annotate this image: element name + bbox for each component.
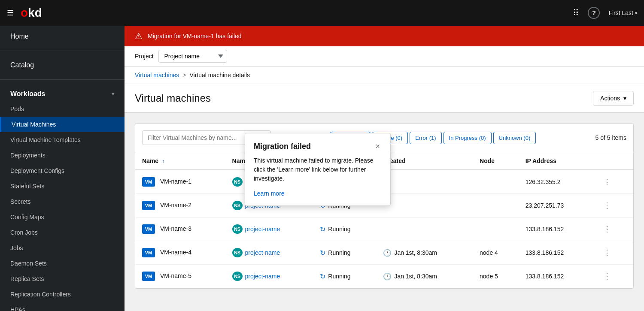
vm-created-cell: 🕐 Jan 1st, 8:30am [376,241,473,265]
user-name: First Last [608,9,633,16]
breadcrumb: Virtual machines > Virtual machine detai… [135,72,634,79]
vm-ip-cell: 133.8.186.152 [519,241,593,265]
running-icon: ↻ [320,249,325,257]
filter-tab-error[interactable]: Error (1) [410,132,441,144]
table-row: VM VM-name-5 NS project-name [135,265,633,288]
sidebar-item-jobs[interactable]: Jobs [0,240,125,256]
apps-grid-icon[interactable]: ⠿ [573,8,579,18]
sidebar-item-stateful-sets[interactable]: Stateful Sets [0,178,125,194]
vm-node-cell: node 4 [473,241,519,265]
actions-label: Actions [600,95,620,102]
breadcrumb-parent-link[interactable]: Virtual machines [135,72,179,79]
breadcrumb-separator: > [182,72,186,79]
table-row: VM VM-name-3 NS project-name [135,217,633,241]
filter-tab-inprogress[interactable]: In Progress (0) [444,132,492,144]
clock-icon: 🕐 [383,249,392,257]
sidebar-workloads-label: Workloads [10,90,46,98]
popup-close-button[interactable]: × [374,142,382,151]
popup-learn-more-link[interactable]: Learn more [254,190,285,197]
sidebar-workloads-section[interactable]: Workloads ▾ [0,83,125,101]
vm-type-badge: VM [142,224,155,234]
vm-name-cell: VM VM-name-1 [135,170,225,194]
vm-ip-cell: 133.8.186.152 [519,217,593,241]
ns-badge: NS [232,248,243,257]
clock-icon: 🕐 [383,272,392,281]
sidebar-item-virtual-machine-templates[interactable]: Virtual Machine Templates [0,132,125,148]
hamburger-menu[interactable]: ☰ [7,8,14,18]
vm-name-cell: VM VM-name-3 [135,217,225,241]
row-kebab-button[interactable]: ⋮ [600,199,614,212]
sidebar-item-config-maps[interactable]: Config Maps [0,209,125,225]
vm-kebab-cell: ⋮ [593,265,633,288]
sidebar-item-replication-controllers[interactable]: Replication Controllers [0,287,125,302]
vm-status-cell: ↻ Running [313,217,376,241]
col-actions [593,152,633,170]
sidebar-item-catalog[interactable]: Catalog [0,54,125,76]
sidebar-item-deployments[interactable]: Deployments [0,148,125,163]
created-info: 🕐 Jan 1st, 8:30am [383,272,466,281]
app-layout: Home Catalog Workloads ▾ Pods Virtual Ma… [0,26,644,311]
vm-name-cell: VM VM-name-5 [135,265,225,288]
sidebar-item-replica-sets[interactable]: Replica Sets [0,271,125,287]
breadcrumb-current: Virtual machine details [189,72,250,79]
vm-name-cell: VM VM-name-2 [135,194,225,217]
row-kebab-button[interactable]: ⋮ [600,270,614,283]
page-header: Virtual machines Actions ▾ [125,84,644,113]
user-caret-icon: ▾ [635,11,637,15]
namespace-link[interactable]: NS project-name [232,224,307,234]
logo-text: okd [21,6,42,20]
status-running: ↻ Running [320,272,369,281]
ns-badge: NS [232,177,243,187]
user-menu[interactable]: First Last ▾ [608,9,637,16]
ns-badge: NS [232,224,243,234]
namespace-link[interactable]: NS project-name [232,248,307,257]
vm-ip-cell: 133.8.186.152 [519,265,593,288]
col-created: Created [376,152,473,170]
vm-type-badge: VM [142,248,155,257]
status-running: ↻ Running [320,225,369,233]
vm-node-cell [473,194,519,217]
notification-message: Migration for VM-name-1 has failed [148,33,242,39]
vm-kebab-cell: ⋮ [593,241,633,265]
notification-error-icon: ⚠ [135,31,143,41]
status-running: ↻ Running [320,249,369,257]
running-icon: ↻ [320,272,325,281]
namespace-link[interactable]: NS project-name [232,272,307,281]
actions-button[interactable]: Actions ▾ [593,91,634,106]
project-select[interactable]: Project name [158,50,227,63]
filter-tab-unknown[interactable]: Unknown (0) [493,132,536,144]
help-button[interactable]: ? [588,7,600,19]
col-node: Node [473,152,519,170]
sidebar-item-hpas[interactable]: HPAs [0,302,125,311]
workloads-chevron-icon: ▾ [112,91,114,97]
row-kebab-button[interactable]: ⋮ [600,246,614,259]
sidebar-divider-1 [0,51,125,51]
sidebar-item-daemon-sets[interactable]: Daemon Sets [0,256,125,271]
vm-namespace-cell: NS project-name [225,265,313,288]
sidebar-item-home[interactable]: Home [0,26,125,47]
vm-kebab-cell: ⋮ [593,170,633,194]
sidebar: Home Catalog Workloads ▾ Pods Virtual Ma… [0,26,125,311]
row-kebab-button[interactable]: ⋮ [600,175,614,188]
running-icon: ↻ [320,225,325,233]
popup-body: This virtual machine failed to migrate. … [254,156,382,183]
vm-status-cell: ↻ Running [313,265,376,288]
row-kebab-button[interactable]: ⋮ [600,223,614,236]
col-name: Name ↑ [135,152,225,170]
ns-badge: NS [232,201,243,210]
sidebar-item-pods[interactable]: Pods [0,101,125,117]
main-content: ⚠ Migration for VM-name-1 has failed Pro… [125,26,644,311]
sidebar-item-cron-jobs[interactable]: Cron Jobs [0,225,125,240]
notification-bar: ⚠ Migration for VM-name-1 has failed [125,26,644,46]
project-label: Project [135,53,154,60]
vm-kebab-cell: ⋮ [593,217,633,241]
vm-kebab-cell: ⋮ [593,194,633,217]
items-count: 5 of 5 items [595,134,626,141]
popup-header: Migration failed × [254,142,382,151]
vm-node-cell [473,170,519,194]
vm-created-cell [376,194,473,217]
sidebar-item-deployment-configs[interactable]: Deployment Configs [0,163,125,178]
sidebar-item-secrets[interactable]: Secrets [0,194,125,209]
sidebar-item-virtual-machines[interactable]: Virtual Machines [0,117,125,132]
vm-node-cell [473,217,519,241]
